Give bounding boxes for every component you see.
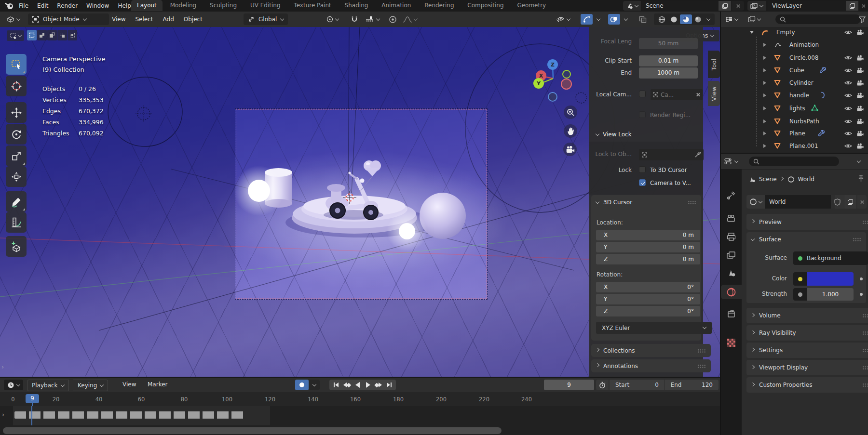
lock-to-object-field[interactable]: [639, 149, 704, 160]
disable-in-renders-icon[interactable]: [856, 105, 864, 111]
render-region-checkbox[interactable]: [639, 111, 646, 118]
scene-name-field[interactable]: Scene: [642, 1, 722, 11]
hide-in-viewport-icon[interactable]: [844, 92, 852, 98]
select-mode-subtract[interactable]: [47, 30, 57, 40]
disable-in-renders-icon[interactable]: [856, 119, 864, 124]
menu-file[interactable]: File: [14, 2, 33, 9]
outliner-row-handle[interactable]: handle: [721, 89, 868, 102]
view-lock-section-header[interactable]: View Lock: [596, 131, 632, 138]
overlays-dropdown[interactable]: [621, 14, 631, 25]
panel-grip-icon[interactable]: [862, 314, 868, 317]
cursor-rotation-z[interactable]: Z0°: [596, 306, 700, 316]
clip-start-field[interactable]: 0.01 m: [639, 55, 698, 66]
proportional-editing-toggle[interactable]: [389, 14, 397, 25]
volume-panel[interactable]: Volume: [746, 308, 868, 323]
tool-measure[interactable]: [6, 212, 27, 233]
hide-in-viewport-icon[interactable]: [844, 119, 852, 124]
outliner-row-cube[interactable]: Cube: [721, 64, 868, 77]
world-color-swatch[interactable]: [807, 272, 854, 286]
gizmo-z-axis[interactable]: Z: [547, 59, 558, 70]
hide-in-viewport-icon[interactable]: [844, 143, 852, 149]
scene-new-button[interactable]: [719, 1, 731, 11]
tab-render-icon[interactable]: [727, 214, 736, 222]
active-tool-dropdown[interactable]: [7, 30, 24, 41]
panel-grip-icon[interactable]: [862, 348, 868, 352]
ray-visibility-panel[interactable]: Ray Visibility: [746, 325, 868, 341]
tab-modeling[interactable]: Modeling: [164, 0, 203, 11]
tab-scene-icon[interactable]: [727, 269, 736, 277]
collections-panel[interactable]: Collections: [591, 344, 711, 357]
select-mode-set[interactable]: [27, 30, 37, 40]
select-mode-extend[interactable]: [37, 30, 47, 40]
xray-toggle[interactable]: [637, 14, 649, 25]
sidebar-tab-tool[interactable]: Tool: [708, 51, 720, 78]
panel-grip-icon[interactable]: [688, 200, 696, 204]
world-browse-button[interactable]: [746, 195, 765, 209]
world-unlink-button[interactable]: [857, 195, 867, 209]
viewlayer-remove-button[interactable]: [859, 1, 868, 11]
outliner-row-plane001[interactable]: Plane.001: [721, 140, 868, 152]
pin-icon[interactable]: [857, 175, 864, 182]
outliner-row-animation[interactable]: Animation: [721, 39, 868, 51]
mode-selector[interactable]: Object Mode: [28, 13, 109, 25]
breadcrumb-scene[interactable]: Scene: [759, 176, 777, 183]
panel-grip-icon[interactable]: [697, 364, 706, 368]
cursor-location-x[interactable]: X0 m: [596, 230, 700, 240]
select-mode-invert[interactable]: [57, 30, 67, 40]
gizmo-dropdown[interactable]: [594, 14, 603, 25]
playhead-line[interactable]: [31, 406, 32, 425]
outliner-search-input[interactable]: [775, 14, 861, 24]
tab-output-icon[interactable]: [727, 233, 736, 241]
panel-grip-icon[interactable]: [853, 237, 861, 241]
gizmo-x-negative[interactable]: [561, 79, 572, 90]
panel-grip-icon[interactable]: [862, 331, 868, 335]
tab-shading[interactable]: Shading: [339, 0, 374, 11]
disable-in-renders-icon[interactable]: [856, 92, 864, 98]
expand-icon[interactable]: [763, 119, 766, 123]
pan-button[interactable]: [564, 124, 577, 138]
current-frame-badge[interactable]: 9: [26, 394, 39, 403]
hide-in-viewport-icon[interactable]: [844, 29, 852, 35]
strength-socket-button[interactable]: [793, 288, 807, 301]
tab-world-icon[interactable]: [726, 287, 736, 297]
collapse-icon[interactable]: [750, 31, 754, 34]
tool-annotate[interactable]: [6, 191, 27, 212]
gizmo-z-negative[interactable]: [548, 92, 557, 102]
tab-tool-icon[interactable]: [727, 191, 736, 200]
properties-editor-type[interactable]: [724, 156, 738, 167]
expand-icon[interactable]: [763, 144, 766, 148]
region-expand-arrow[interactable]: ›: [1, 363, 4, 370]
keying-menu[interactable]: Keying: [73, 380, 108, 391]
gizmo-y-axis[interactable]: Y: [533, 78, 544, 89]
outliner-row-empty[interactable]: Empty: [721, 27, 868, 39]
scene-unlink-button[interactable]: [732, 1, 744, 11]
tab-viewlayer-icon[interactable]: [727, 251, 736, 259]
disable-in-renders-icon[interactable]: [856, 29, 864, 35]
timeline-ruler[interactable]: 0 20 40 60 80 100 120 140 160 180 200 22…: [0, 392, 721, 406]
visibility-dropdown[interactable]: [556, 14, 570, 25]
clip-end-field[interactable]: 1000 m: [639, 67, 698, 79]
hide-in-viewport-icon[interactable]: [844, 105, 852, 111]
auto-keying-dropdown[interactable]: [309, 380, 320, 390]
blender-logo-icon[interactable]: [5, 2, 14, 10]
menu-add[interactable]: Add: [158, 16, 179, 23]
scene-browse-button[interactable]: [623, 1, 641, 11]
properties-filter-dropdown[interactable]: [853, 156, 865, 167]
play-reverse-button[interactable]: [352, 380, 363, 390]
channel-expand-arrow[interactable]: ›: [2, 411, 4, 418]
hide-in-viewport-icon[interactable]: [844, 131, 852, 136]
shading-rendered-button[interactable]: [692, 14, 704, 24]
tab-layout[interactable]: Layout: [131, 0, 163, 11]
tool-scale[interactable]: [6, 145, 27, 166]
cursor-location-z[interactable]: Z0 m: [596, 254, 700, 264]
panel-grip-icon[interactable]: [862, 220, 868, 224]
disable-in-renders-icon[interactable]: [856, 67, 864, 73]
tab-geometry-nodes[interactable]: Geometry No: [511, 0, 547, 11]
outliner-filter-id-type[interactable]: [748, 14, 760, 25]
tab-uv-editing[interactable]: UV Editing: [244, 0, 286, 11]
tool-box-select[interactable]: [6, 54, 27, 75]
current-frame-field[interactable]: 9: [544, 380, 594, 390]
tab-rendering[interactable]: Rendering: [419, 0, 460, 11]
properties-search-input[interactable]: [749, 157, 839, 166]
hide-in-viewport-icon[interactable]: [844, 67, 852, 73]
